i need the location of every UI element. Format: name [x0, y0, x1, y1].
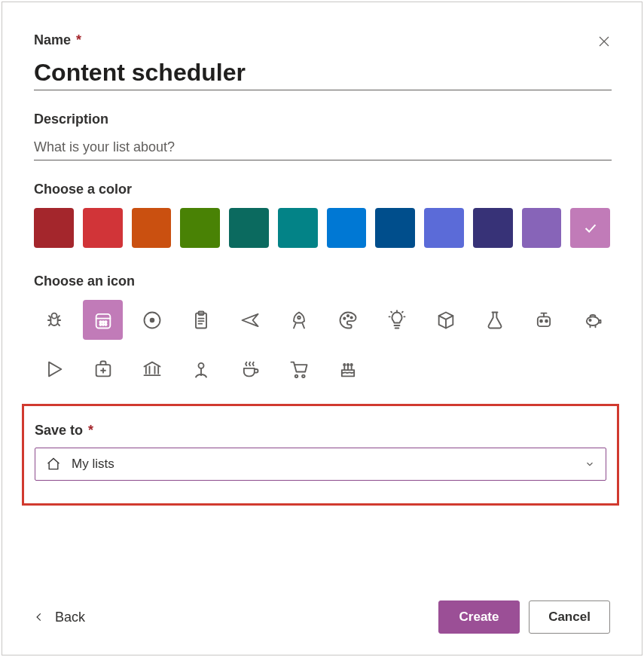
save-to-label: Save to * — [35, 423, 606, 439]
svg-point-23 — [302, 374, 305, 377]
icon-option-piggy-bank[interactable] — [572, 300, 612, 340]
cancel-button[interactable]: Cancel — [529, 600, 610, 634]
name-label: Name * — [34, 32, 612, 48]
color-swatch-dark-green[interactable] — [229, 208, 269, 248]
chevron-down-icon — [584, 459, 595, 469]
color-swatch-purple[interactable] — [522, 208, 562, 248]
close-button[interactable] — [595, 32, 613, 50]
description-input[interactable] — [34, 135, 612, 160]
save-to-label-text: Save to — [35, 423, 83, 438]
back-button[interactable]: Back — [34, 610, 85, 625]
icon-option-robot[interactable] — [523, 300, 563, 340]
icon-option-map-pin[interactable] — [181, 349, 221, 389]
icon-option-rocket[interactable] — [279, 300, 319, 340]
icon-section: Choose an icon — [34, 273, 610, 389]
description-label: Description — [34, 112, 612, 127]
palette-icon — [337, 310, 359, 331]
name-field-group: Name * — [34, 32, 612, 90]
rocket-icon — [288, 310, 310, 331]
color-swatch-row — [34, 208, 610, 248]
chevron-left-icon — [34, 612, 44, 622]
color-swatch-red[interactable] — [83, 208, 123, 248]
piggy-bank-icon — [582, 310, 603, 331]
color-swatch-periwinkle[interactable] — [424, 208, 464, 248]
svg-point-15 — [350, 316, 352, 318]
svg-point-24 — [343, 364, 345, 365]
color-swatch-green[interactable] — [180, 208, 220, 248]
coffee-icon — [240, 359, 261, 380]
color-swatch-blue[interactable] — [327, 208, 367, 248]
flask-icon — [484, 310, 505, 331]
calendar-icon — [93, 310, 114, 331]
name-input[interactable] — [34, 56, 612, 90]
icon-option-lightbulb[interactable] — [377, 300, 417, 340]
svg-point-7 — [105, 323, 106, 325]
svg-point-2 — [99, 321, 101, 322]
close-icon — [597, 35, 611, 48]
icon-option-bug[interactable] — [34, 300, 74, 340]
svg-point-13 — [343, 317, 345, 319]
name-required-marker: * — [76, 32, 81, 47]
icon-option-calendar[interactable] — [83, 300, 123, 340]
svg-point-9 — [150, 318, 154, 322]
color-swatch-pink[interactable] — [570, 208, 610, 248]
bank-icon — [142, 359, 163, 380]
svg-point-5 — [99, 323, 101, 325]
icon-option-cake[interactable] — [328, 349, 368, 389]
save-to-dropdown[interactable]: My lists — [35, 448, 606, 481]
svg-point-12 — [298, 316, 301, 319]
icon-grid — [34, 300, 629, 389]
svg-point-25 — [346, 364, 348, 365]
svg-point-0 — [51, 313, 56, 318]
color-swatch-teal[interactable] — [278, 208, 318, 248]
icon-option-cube[interactable] — [426, 300, 465, 340]
save-to-selected-text: My lists — [72, 457, 574, 472]
home-icon — [46, 457, 61, 472]
svg-point-18 — [545, 319, 548, 322]
icon-option-palette[interactable] — [328, 300, 368, 340]
back-label: Back — [55, 610, 85, 625]
color-swatch-orange[interactable] — [132, 208, 172, 248]
description-field-group: Description — [34, 112, 612, 160]
map-pin-icon — [191, 359, 212, 380]
color-section: Choose a color — [34, 182, 610, 248]
lightbulb-icon — [386, 310, 407, 331]
icon-option-airplane[interactable] — [230, 300, 270, 340]
icon-section-label: Choose an icon — [34, 273, 610, 289]
first-aid-icon — [93, 359, 114, 380]
play-arrow-icon — [44, 359, 65, 380]
cake-icon — [337, 359, 359, 380]
icon-option-coffee[interactable] — [230, 349, 270, 389]
icon-option-first-aid[interactable] — [83, 349, 123, 389]
icon-option-cart[interactable] — [279, 349, 319, 389]
svg-point-22 — [295, 374, 298, 377]
create-button[interactable]: Create — [438, 600, 520, 634]
icon-option-play-arrow[interactable] — [34, 349, 74, 389]
airplane-icon — [240, 310, 261, 331]
svg-point-19 — [589, 319, 591, 320]
color-swatch-dark-red[interactable] — [34, 208, 74, 248]
svg-point-17 — [540, 319, 542, 322]
cube-icon — [435, 310, 456, 331]
svg-point-21 — [198, 362, 203, 368]
svg-point-3 — [102, 321, 103, 322]
dialog-footer: Back Create Cancel — [34, 600, 610, 634]
robot-icon — [533, 310, 554, 331]
icon-option-target[interactable] — [132, 300, 172, 340]
icon-option-flask[interactable] — [475, 300, 514, 340]
icon-option-clipboard[interactable] — [181, 300, 221, 340]
save-to-highlight-box: Save to * My lists — [22, 404, 619, 506]
clipboard-icon — [191, 310, 212, 331]
svg-point-14 — [346, 315, 348, 316]
svg-point-26 — [350, 364, 352, 365]
cancel-button-label: Cancel — [548, 610, 591, 625]
icon-option-bank[interactable] — [132, 349, 172, 389]
cart-icon — [288, 359, 310, 380]
target-icon — [142, 310, 163, 331]
svg-point-4 — [105, 321, 106, 322]
color-swatch-navy[interactable] — [473, 208, 513, 248]
color-swatch-dark-blue[interactable] — [375, 208, 415, 248]
svg-point-6 — [102, 323, 103, 325]
create-list-dialog: Name * Description Choose a color Choose… — [2, 2, 642, 655]
name-label-text: Name — [34, 32, 71, 47]
